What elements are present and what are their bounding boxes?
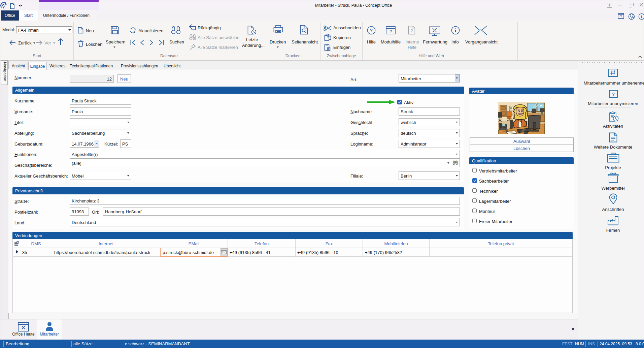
svg-text:?: ? (620, 15, 622, 19)
svg-text:?: ? (411, 29, 413, 33)
svg-text:?: ? (612, 92, 614, 97)
svg-text:?: ? (370, 28, 373, 33)
svg-text:?: ? (389, 29, 392, 34)
